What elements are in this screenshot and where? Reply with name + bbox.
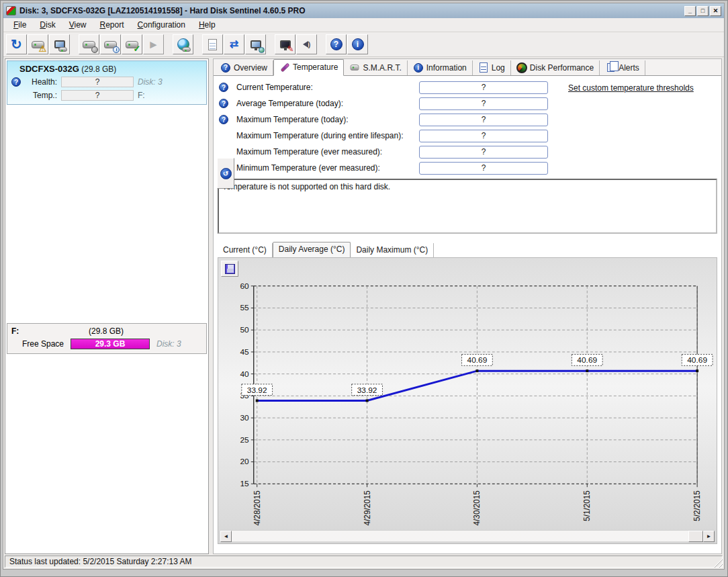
help-button[interactable]: ? [326,34,347,54]
info-icon: i [350,36,366,52]
tab-information[interactable]: iInformation [408,60,473,75]
help-icon: ? [328,36,345,52]
mail-sync-icon: ⇄ [226,36,242,52]
chart-tab-current-c[interactable]: Current (°C) [218,243,273,257]
svg-text:33.92: 33.92 [247,386,267,395]
tab-label: Disk Performance [530,63,594,73]
menu-disk[interactable]: Disk [34,19,61,31]
scrollbar-thumb[interactable] [688,531,703,542]
disk-ok-button[interactable]: ✓ [122,34,142,54]
free-space-label: Free Space [11,339,64,349]
tab-label: Alerts [619,63,639,73]
menu-help[interactable]: Help [193,19,222,31]
info-button[interactable]: i [347,34,368,54]
window-frame: Disk: 3, SDCFXS-032G [LAZ120514191558] -… [0,0,728,577]
tab-label: Information [426,63,467,73]
svg-text:40: 40 [240,369,249,379]
temperature-section: Set custom temperature thresholds ↺ ?Cur… [214,76,721,177]
close-button[interactable]: ✕ [710,6,721,16]
menu-configuration[interactable]: Configuration [132,19,191,31]
health-label: Health: [25,77,57,87]
set-thresholds-link[interactable]: Set custom temperature thresholds [568,83,694,93]
network-monitor-icon [248,36,264,52]
window-title: Disk: 3, SDCFXS-032G [LAZ120514191558] -… [19,6,681,15]
disk-clock-button[interactable] [100,34,121,54]
help-icon[interactable]: ? [11,77,21,87]
tab-log[interactable]: Log [473,60,511,75]
content: SDCFXS-032G (29.8 GB) ? Health: ? Disk: … [3,57,724,554]
refresh-icon: ↻ [9,36,25,52]
temperature-value-field: ? [419,146,548,159]
partition-panel[interactable]: F: (29.8 GB) Free Space 29.3 GB Disk: 3 [7,323,207,354]
temperature-value-field: ? [419,97,548,110]
help-icon[interactable]: ? [219,115,228,124]
status-text: Status last updated: 5/2/2015 Saturday 2… [5,556,723,568]
scroll-right-button[interactable]: ► [703,531,715,542]
svg-text:33.92: 33.92 [357,386,377,395]
tab-overview[interactable]: ?Overview [215,60,273,75]
svg-text:30: 30 [240,413,249,423]
scroll-left-button[interactable]: ◄ [220,531,232,542]
svg-text:40.69: 40.69 [577,355,597,365]
help-icon[interactable]: ? [219,99,228,108]
undo-icon: ↺ [220,168,232,179]
gauge-icon [516,62,527,73]
disk-summary-panel[interactable]: SDCFXS-032G (29.8 GB) ? Health: ? Disk: … [7,60,207,105]
tab-temperature[interactable]: Temperature [273,59,344,76]
help-icon[interactable]: ? [219,83,228,92]
refresh-button[interactable]: ↻ [6,34,27,54]
temperature-note-box[interactable]: Temperature is not supported on this har… [218,179,717,234]
temperature-row: ?Average Temperature (today):? [214,95,721,112]
globe-disk-button[interactable] [173,34,193,54]
help-circle-icon: ? [220,62,231,73]
tab-strip: ?OverviewTemperatureS.M.A.R.T.iInformati… [214,59,721,76]
tab-disk-performance[interactable]: Disk Performance [511,60,600,75]
temperature-row-label: Maximum Temperature (ever measured): [236,147,419,157]
temperature-chart: 152025303540455055604/28/20154/29/20154/… [220,278,715,530]
chart-scrollbar: ◄ ► [220,530,715,541]
reset-extremes-button[interactable]: ↺ [217,158,234,189]
disk-icon [349,62,360,73]
temperature-row: Minimum Temperature (ever measured):? [214,160,721,176]
svg-text:25: 25 [240,435,249,445]
svg-text:5/1/2015: 5/1/2015 [582,490,592,521]
disk-alert-button[interactable]: ⚠ [28,34,48,54]
menu-file[interactable]: File [7,19,32,31]
menubar: FileDiskViewReportConfigurationHelp [3,18,724,32]
maximize-button[interactable]: □ [697,6,709,16]
acoustic-button[interactable]: ► [143,34,164,54]
disk-stop-button[interactable] [79,34,99,54]
acoustic-icon: ► [146,36,162,52]
log-page-icon [478,62,489,73]
disk-monitor-button[interactable] [49,34,70,54]
svg-text:4/30/2015: 4/30/2015 [472,490,482,526]
svg-text:45: 45 [240,347,249,357]
partition-note: F: [138,91,145,100]
chart-tab-daily-average-c[interactable]: Daily Average (°C) [273,242,351,257]
temperature-value-field: ? [419,81,548,94]
tab-alerts[interactable]: Alerts [600,60,645,75]
minimize-button[interactable]: _ [684,6,696,16]
mail-sync-button[interactable]: ⇄ [224,34,244,54]
report-button[interactable] [202,34,223,54]
svg-text:40.69: 40.69 [687,355,707,365]
disk-panel-header: SDCFXS-032G (29.8 GB) [7,61,206,75]
menu-view[interactable]: View [63,19,93,31]
menu-report[interactable]: Report [94,19,130,31]
remote-settings-button[interactable]: ✎ [275,34,295,54]
tab-label: Temperature [293,62,338,72]
temp-label: Temp.: [25,91,57,100]
network-monitor-button[interactable] [245,34,266,54]
main-panel: ?OverviewTemperatureS.M.A.R.T.iInformati… [213,58,722,554]
speaker-button[interactable]: ) [296,34,317,54]
chart-tab-daily-maximum-c[interactable]: Daily Maximum (°C) [351,243,434,257]
save-icon [225,264,235,274]
temperature-row: Maximum Temperature (ever measured):? [214,144,721,160]
chart-tab-strip: Current (°C)Daily Average (°C)Daily Maxi… [218,242,721,257]
save-chart-button[interactable] [221,261,238,277]
temperature-value-field: ? [419,162,548,175]
tab-s-m-a-r-t[interactable]: S.M.A.R.T. [344,60,407,75]
tab-label: Overview [234,63,267,73]
disk-clock-icon [103,36,119,52]
scrollbar-track[interactable] [232,531,703,541]
